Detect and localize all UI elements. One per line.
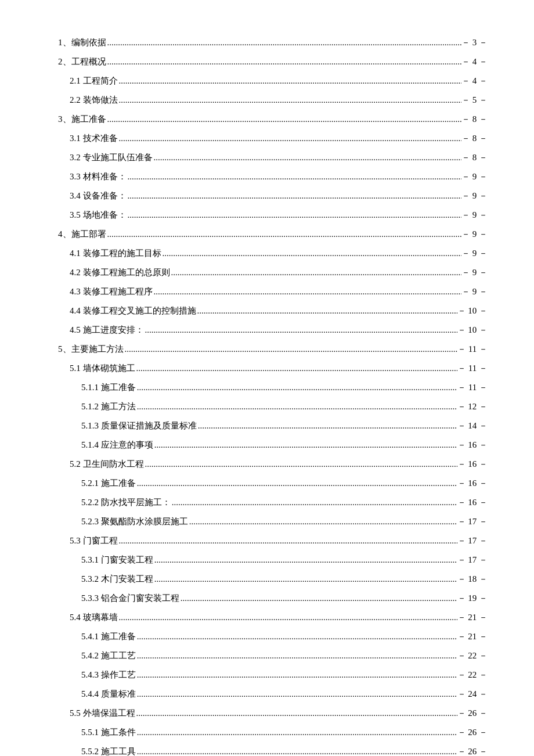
toc-dots: ........................................…: [106, 35, 462, 51]
toc-item: 2.2 装饰做法................................…: [58, 92, 488, 108]
toc-label: 3、施工准备: [58, 111, 106, 127]
toc-page: － 14 －: [457, 418, 488, 434]
toc-dots: ........................................…: [135, 361, 458, 376]
toc-item: 5.5.2 施工工具..............................…: [58, 744, 488, 756]
toc-label: 2、工程概况: [58, 54, 106, 70]
toc-item: 5.4.4 质量标准..............................…: [58, 686, 488, 702]
toc-dots: ........................................…: [135, 705, 457, 721]
toc-item: 5.3 门窗工程................................…: [58, 533, 488, 549]
toc-label: 5.3.2 木门安装工程: [58, 571, 153, 587]
toc-dots: ........................................…: [144, 456, 457, 472]
toc-dots: ........................................…: [118, 73, 462, 89]
toc-label: 4.2 装修工程施工的总原则: [58, 265, 170, 280]
toc-page: － 21 －: [457, 629, 488, 645]
toc-label: 5.2.2 防水找平层施工：: [58, 495, 171, 510]
toc-label: 5.4.2 施工工艺: [58, 648, 136, 664]
toc-dots: ........................................…: [106, 111, 462, 127]
toc-label: 5.5.1 施工条件: [58, 725, 136, 740]
toc-page: － 8 －: [461, 111, 488, 127]
toc-page: － 21 －: [457, 610, 488, 625]
toc-page: － 10 －: [457, 322, 488, 338]
toc-label: 2.1 工程简介: [58, 73, 118, 89]
toc-item: 5.1 墙体砌筑施工..............................…: [58, 361, 488, 376]
toc-dots: ........................................…: [127, 188, 462, 204]
toc-item: 5.1.2 施工方法..............................…: [58, 399, 488, 415]
toc-item: 5.2 卫生间防水工程.............................…: [58, 456, 488, 472]
toc-item: 3.5 场地准备：...............................…: [58, 207, 488, 223]
toc-dots: ........................................…: [153, 437, 457, 453]
toc-dots: ........................................…: [136, 744, 457, 756]
toc-item: 4.4 装修工程交叉施工的控制措施.......................…: [58, 303, 488, 319]
toc-item: 5.2.2 防水找平层施工：..........................…: [58, 495, 488, 510]
toc-item: 5.5 外墙保温工程..............................…: [58, 705, 488, 721]
toc-item: 5.1.1 施工准备..............................…: [58, 380, 488, 395]
toc-item: 5.3.3 铝合金门窗安装工程.........................…: [58, 591, 488, 606]
toc-dots: ........................................…: [196, 303, 457, 319]
toc-item: 5、主要施工方法................................…: [58, 341, 488, 357]
toc-dots: ........................................…: [136, 629, 457, 645]
toc-dots: ........................................…: [118, 92, 462, 108]
toc-page: － 22 －: [457, 648, 488, 664]
toc-item: 1、编制依据..................................…: [58, 35, 488, 51]
toc-label: 5.4.4 质量标准: [58, 686, 136, 702]
toc-page: － 16 －: [457, 437, 488, 453]
toc-dots: ........................................…: [106, 54, 462, 70]
toc-label: 4.5 施工进度安排：: [58, 322, 144, 338]
toc-label: 5.3.3 铝合金门窗安装工程: [58, 591, 179, 606]
toc-dots: ........................................…: [153, 284, 462, 300]
toc-page: － 26 －: [457, 725, 488, 740]
toc-dots: ........................................…: [127, 207, 462, 223]
table-of-contents: 1、编制依据..................................…: [58, 35, 488, 756]
toc-dots: ........................................…: [118, 610, 457, 625]
toc-dots: ........................................…: [144, 322, 457, 338]
toc-page: － 17 －: [457, 514, 488, 530]
toc-page: － 11 －: [457, 380, 488, 395]
toc-page: － 10 －: [457, 303, 488, 319]
toc-label: 5.5.2 施工工具: [58, 744, 136, 756]
toc-item: 4.1 装修工程的施工目标...........................…: [58, 246, 488, 261]
toc-item: 5.5.1 施工条件..............................…: [58, 725, 488, 740]
toc-label: 5.4.3 操作工艺: [58, 667, 136, 683]
toc-page: － 4 －: [461, 54, 488, 70]
toc-page: － 5 －: [461, 92, 488, 108]
toc-page: － 9 －: [461, 207, 488, 223]
toc-dots: ........................................…: [136, 648, 457, 664]
toc-item: 5.2.1 施工准备..............................…: [58, 476, 488, 491]
toc-label: 5.3 门窗工程: [58, 533, 118, 549]
toc-dots: ........................................…: [136, 476, 457, 491]
toc-dots: ........................................…: [136, 725, 457, 740]
toc-dots: ........................................…: [153, 571, 457, 587]
toc-label: 4、施工部署: [58, 226, 106, 242]
toc-item: 5.4 玻璃幕墙................................…: [58, 610, 488, 625]
toc-dots: ........................................…: [171, 495, 457, 510]
toc-page: － 16 －: [457, 495, 488, 510]
toc-label: 5.1.2 施工方法: [58, 399, 136, 415]
toc-dots: ........................................…: [136, 380, 457, 395]
toc-page: － 9 －: [461, 226, 488, 242]
toc-page: － 9 －: [461, 265, 488, 280]
toc-page: － 8 －: [461, 150, 488, 165]
toc-label: 2.2 装饰做法: [58, 92, 118, 108]
toc-page: － 22 －: [457, 667, 488, 683]
toc-label: 3.2 专业施工队伍准备: [58, 150, 153, 165]
toc-label: 5.1.4 应注意的事项: [58, 437, 153, 453]
toc-dots: ........................................…: [153, 552, 457, 568]
toc-item: 5.1.4 应注意的事项............................…: [58, 437, 488, 453]
toc-page: － 9 －: [461, 169, 488, 185]
toc-item: 5.4.2 施工工艺..............................…: [58, 648, 488, 664]
toc-label: 5.1 墙体砌筑施工: [58, 361, 135, 376]
toc-label: 5.2.1 施工准备: [58, 476, 136, 491]
toc-dots: ........................................…: [153, 150, 462, 165]
toc-item: 3.1 技术准备................................…: [58, 131, 488, 146]
toc-page: － 11 －: [457, 341, 488, 357]
toc-label: 5、主要施工方法: [58, 341, 124, 357]
toc-page: － 12 －: [457, 399, 488, 415]
toc-item: 4.5 施工进度安排：.............................…: [58, 322, 488, 338]
toc-dots: ........................................…: [161, 246, 462, 261]
toc-page: － 17 －: [457, 552, 488, 568]
toc-item: 5.2.3 聚氨酯防水涂膜层施工........................…: [58, 514, 488, 530]
toc-page: － 26 －: [457, 744, 488, 756]
toc-page: － 11 －: [457, 361, 488, 376]
toc-page: － 17 －: [457, 533, 488, 549]
toc-label: 4.4 装修工程交叉施工的控制措施: [58, 303, 196, 319]
